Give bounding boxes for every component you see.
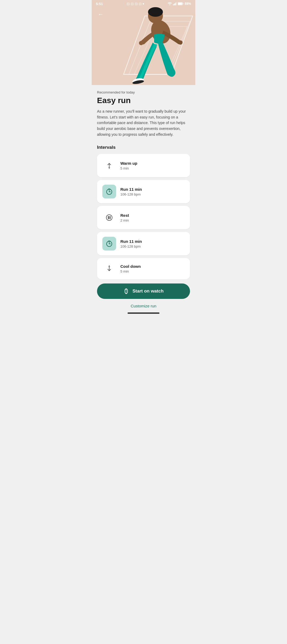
interval-run2: Run 11 min 106-128 bpm [97, 232, 190, 255]
svg-rect-36 [126, 293, 127, 294]
status-time: 5:51 [96, 2, 103, 6]
warmup-info: Warm up 5 min [120, 161, 185, 170]
svg-rect-27 [109, 216, 111, 219]
cooldown-icon [102, 262, 116, 276]
svg-rect-26 [108, 216, 109, 219]
customize-run-link[interactable]: Customize run [97, 303, 190, 309]
run1-name: Run 11 min [120, 187, 185, 192]
svg-rect-6 [183, 3, 183, 5]
run2-icon-bg [102, 237, 116, 251]
hero-image [92, 0, 195, 85]
svg-point-14 [148, 7, 163, 17]
interval-run1: Run 11 min 106-128 bpm [97, 180, 190, 203]
watch-icon [123, 288, 129, 294]
rest-info: Rest 2 min [120, 213, 185, 222]
warmup-detail: 5 min [120, 166, 185, 170]
status-icons: ⊡ ⊡ ⊡ ⊡ [127, 2, 144, 6]
status-bar: 5:51 ⊡ ⊡ ⊡ ⊡ 88% [92, 0, 195, 7]
start-button-label: Start on watch [132, 289, 163, 294]
interval-warmup: Warm up 5 min [97, 154, 190, 177]
bottom-actions: Start on watch Customize run [92, 279, 195, 319]
battery-icon [178, 2, 184, 5]
cooldown-name: Cool down [120, 264, 185, 269]
interval-rest: Rest 2 min [97, 206, 190, 229]
status-right: 88% [168, 2, 191, 6]
back-arrow-icon: ← [98, 11, 104, 18]
svg-rect-1 [173, 4, 174, 5]
back-button[interactable]: ← [96, 10, 105, 19]
wifi-icon [168, 2, 172, 5]
rest-icon [102, 211, 116, 224]
start-on-watch-button[interactable]: Start on watch [97, 283, 190, 299]
svg-rect-35 [126, 289, 127, 290]
rest-name: Rest [120, 213, 185, 218]
svg-point-17 [139, 41, 143, 45]
notif-icon-1: ⊡ [127, 2, 130, 6]
signal-icon [173, 2, 177, 5]
notif-icon-3: ⊡ [135, 2, 138, 6]
svg-point-18 [178, 40, 183, 45]
notif-icon-4: ⊡ [139, 2, 142, 6]
run2-detail: 106-128 bpm [120, 244, 185, 248]
svg-point-25 [106, 215, 112, 221]
home-indicator [128, 312, 159, 314]
notif-icon-2: ⊡ [131, 2, 134, 6]
run1-info: Run 11 min 106-128 bpm [120, 187, 185, 196]
run1-detail: 106-128 bpm [120, 192, 185, 196]
notification-dot [143, 3, 144, 5]
intervals-heading: Intervals [97, 145, 190, 150]
cooldown-info: Cool down 5 min [120, 264, 185, 273]
svg-rect-3 [175, 3, 176, 5]
battery-percent: 88% [185, 2, 191, 6]
run2-name: Run 11 min [120, 239, 185, 244]
svg-rect-4 [176, 2, 177, 5]
run2-info: Run 11 min 106-128 bpm [120, 239, 185, 248]
run1-icon-bg [102, 185, 116, 198]
interval-cooldown: Cool down 5 min [97, 258, 190, 279]
recommended-label: Recommended for today [97, 90, 190, 94]
svg-point-0 [169, 5, 170, 6]
workout-description: As a new runner, you'll want to graduall… [97, 109, 190, 137]
svg-rect-7 [178, 3, 182, 5]
warmup-icon [102, 159, 116, 172]
runner-svg [92, 0, 195, 85]
svg-rect-2 [174, 3, 175, 5]
warmup-name: Warm up [120, 161, 185, 166]
workout-title: Easy run [97, 96, 190, 105]
rest-detail: 2 min [120, 218, 185, 222]
cooldown-detail: 5 min [120, 269, 185, 273]
content-area: Recommended for today Easy run As a new … [92, 85, 195, 279]
